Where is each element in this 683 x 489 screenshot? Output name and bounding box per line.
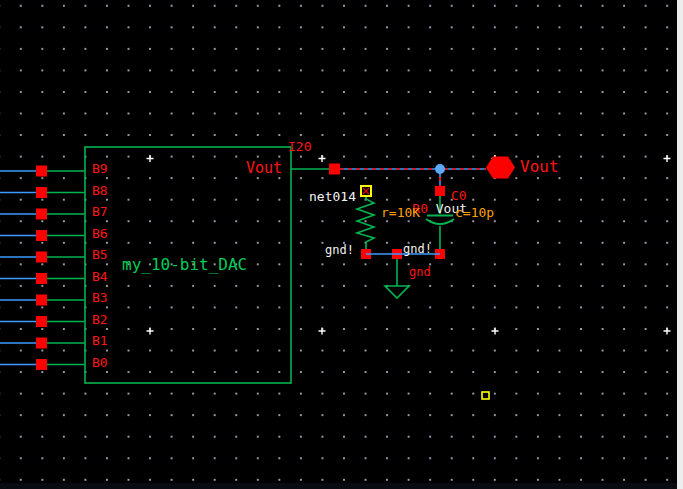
wire-name-marker-icon[interactable] xyxy=(361,186,371,196)
output-pin-icon[interactable] xyxy=(486,157,515,179)
dac-pin-label-b2[interactable]: B2 xyxy=(92,313,108,326)
origin-marker-icon[interactable] xyxy=(482,392,489,399)
dac-instance-label[interactable]: I20 xyxy=(288,140,311,153)
dac-pin-label-b0[interactable]: B0 xyxy=(92,356,108,369)
capacitor-value-label[interactable]: c=10p xyxy=(455,206,494,219)
dac-output-pin-label[interactable]: Vout xyxy=(246,161,282,176)
dac-pin-label-b5[interactable]: B5 xyxy=(92,248,108,261)
dac-pin-label-b7[interactable]: B7 xyxy=(92,205,108,218)
solder-dot-icon[interactable] xyxy=(435,164,445,174)
resistor-value-label[interactable]: r=10K xyxy=(381,206,420,219)
dac-pin-label-b9[interactable]: B9 xyxy=(92,162,108,175)
dac-pin-label-b8[interactable]: B8 xyxy=(92,184,108,197)
dac-input-wires[interactable] xyxy=(0,171,36,365)
dac-cell-name-label[interactable]: my_10-bit_DAC xyxy=(122,257,247,273)
vout-net-wire[interactable] xyxy=(340,169,486,186)
gnd-net-label-right[interactable]: gnd! xyxy=(403,243,432,255)
resistor-symbol[interactable] xyxy=(357,196,374,249)
wire-name-label[interactable]: net014 xyxy=(309,190,356,203)
ground-symbol[interactable] xyxy=(385,259,409,298)
dac-pin-label-b4[interactable]: B4 xyxy=(92,270,108,283)
output-port-label[interactable]: Vout xyxy=(520,159,559,175)
canvas-bottom-edge xyxy=(0,483,677,489)
schematic-canvas[interactable]: I20 Vout my_10-bit_DAC B9 B8 B7 B6 B5 B4… xyxy=(0,0,683,489)
capacitor-name-label[interactable]: C0 xyxy=(451,189,467,202)
ground-symbol-label[interactable]: gnd xyxy=(409,266,431,278)
gnd-net-label-left[interactable]: gnd! xyxy=(325,244,354,256)
dac-pin-label-b6[interactable]: B6 xyxy=(92,227,108,240)
window-right-edge xyxy=(677,0,683,489)
dac-pin-label-b3[interactable]: B3 xyxy=(92,291,108,304)
dac-pin-label-b1[interactable]: B1 xyxy=(92,334,108,347)
